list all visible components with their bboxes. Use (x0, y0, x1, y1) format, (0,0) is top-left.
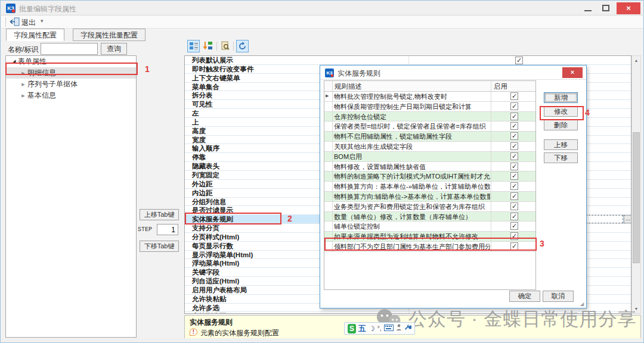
rule-description: 物料批次管理控制批号锁定,物料改变时 (334, 92, 447, 101)
close-button[interactable]: × (617, 2, 640, 14)
keyboard-icon[interactable] (384, 325, 394, 333)
move-up-tab-button[interactable]: 上移Tab键 (140, 209, 179, 220)
app-window: K3 批量编辑字段属性 × 退出 ▾ 字段属性配置 字段属性批量配置 名称/标识… (0, 0, 644, 343)
tab-field-property-batch-config[interactable]: 字段属性批量配置 (73, 29, 145, 41)
rule-row[interactable]: 物料的制造策略下的计划模式为MTO或IHT属性时才允许维护...✓ (324, 172, 535, 182)
rule-row[interactable]: 如果来源单据类型为返利结算单时物料不允许修改✓ (324, 232, 535, 242)
scrollbar-thumb[interactable] (633, 132, 640, 263)
step-input[interactable] (157, 224, 178, 235)
modify-button[interactable]: 修改 (544, 106, 578, 117)
rule-enabled-checkbox[interactable]: ✓ (510, 122, 518, 130)
tree-node[interactable]: ▶基本信息 (6, 90, 136, 101)
add-button[interactable]: 新增 (544, 92, 578, 103)
scroll-up-icon[interactable]: ▲ (632, 56, 640, 65)
rule-row[interactable]: ▶物料批次管理控制批号锁定,物料改变时✓ (324, 92, 535, 102)
move-up-button[interactable]: 上移 (544, 139, 578, 150)
vertical-scrollbar[interactable]: ▲ ▼ (631, 55, 641, 314)
rule-enabled-checkbox[interactable]: ✓ (510, 213, 518, 220)
ime-toolbar[interactable]: S 五 ☽ °, (344, 322, 415, 335)
watermark-text: 公众号 · 金蝶日常使用分享 (408, 307, 637, 332)
rule-enabled-checkbox[interactable]: ✓ (510, 232, 518, 240)
property-name: 列表默认展示 (192, 56, 233, 65)
exit-button[interactable]: 退出 (21, 18, 36, 28)
rule-row[interactable]: BOM启用✓ (324, 152, 535, 162)
rule-enabled-checkbox[interactable]: ✓ (510, 182, 518, 190)
rule-row[interactable]: 辅单位锁定控制✓ (324, 222, 535, 232)
person-icon[interactable] (396, 324, 402, 333)
tree-node[interactable]: ▶序列号子单据体 (6, 79, 136, 90)
rule-enabled-checkbox[interactable]: ✓ (510, 132, 518, 140)
rule-enabled-checkbox[interactable]: ✓ (510, 202, 518, 210)
rule-row[interactable]: 物料保质期管理控制生产日期到期日锁定和计算✓ (324, 102, 535, 112)
rule-row[interactable]: 物料修改，设置辅助属性缺省值✓ (324, 162, 535, 172)
search-label: 名称/标识 (8, 45, 38, 55)
property-name: 实体服务规则 (192, 215, 233, 224)
collapsed-arrow-icon[interactable]: ▶ (19, 79, 27, 90)
rules-table-header: 规则描述 启用 (324, 81, 535, 92)
search-input[interactable] (41, 43, 98, 55)
value-checkbox[interactable]: ✓ (515, 57, 523, 64)
query-button[interactable]: 查询 (101, 43, 127, 55)
dialog-close-button[interactable]: × (562, 67, 583, 78)
rule-enabled-checkbox[interactable]: ✓ (510, 192, 518, 200)
rule-enabled-checkbox[interactable]: ✓ (510, 92, 518, 100)
property-name: 显示浮动菜单(Html) (192, 251, 253, 260)
tab-field-property-config[interactable]: 字段属性配置 (6, 29, 64, 41)
wubi-mode-icon[interactable]: 五 (358, 323, 366, 334)
property-name: 列宽固定 (192, 171, 219, 180)
move-down-button[interactable]: 下移 (544, 152, 578, 163)
rule-enabled-checkbox[interactable]: ✓ (510, 163, 518, 170)
rule-enabled-checkbox[interactable]: ✓ (510, 222, 518, 230)
rule-enabled-checkbox[interactable]: ✓ (510, 152, 518, 160)
rule-row[interactable]: 保管者类型=组织时，锁定保管者且保管者=库存组织✓ (324, 121, 535, 132)
rule-enabled-checkbox[interactable]: ✓ (510, 102, 518, 110)
property-name: 允许多选 (192, 304, 219, 313)
tree-node[interactable]: ▶明细信息 (6, 67, 136, 79)
property-name: 上下文右键菜单 (192, 74, 240, 83)
rule-row[interactable]: 关联其他出库生成锁定字段✓ (324, 142, 535, 152)
rule-description: 物料不启用辅助属性，锁定辅助属性字段 (334, 132, 452, 141)
property-row[interactable]: 列表默认展示✓ (185, 56, 631, 65)
property-name: 分组列信息 (192, 198, 227, 207)
tree-node-form-properties[interactable]: ◢表单属性 (6, 56, 136, 67)
expanded-arrow-icon[interactable]: ◢ (10, 56, 18, 67)
tree-children: ▶明细信息▶序列号子单据体▶基本信息 (6, 67, 136, 101)
property-page-icon[interactable] (219, 40, 232, 52)
property-name: 是否过滤显示 (192, 206, 233, 215)
collapsed-arrow-icon[interactable]: ▶ (19, 90, 27, 101)
move-down-tab-button[interactable]: 下移Tab键 (140, 241, 179, 252)
rule-enabled-checkbox[interactable]: ✓ (510, 242, 518, 250)
rule-row[interactable]: 物料换算方向：基本单位-»辅助单位，计算辅助单位数量✓ (324, 182, 535, 192)
rule-row[interactable]: 领料部门不为空且部门属性为基本生产部门参加费用分配✓ (324, 242, 535, 252)
sogou-logo-icon[interactable]: S (348, 324, 356, 333)
collapsed-arrow-icon[interactable]: ▶ (19, 67, 27, 79)
chevron-down-icon[interactable]: ▾ (41, 18, 44, 24)
property-name: 浮动菜单(Html) (192, 259, 239, 268)
rule-enabled-checkbox[interactable]: ✓ (510, 113, 518, 120)
exit-icon[interactable] (10, 17, 20, 28)
rule-row[interactable]: 仓库控制仓位锁定✓ (324, 112, 535, 122)
delete-button[interactable]: 删除 (544, 120, 578, 130)
maximize-button[interactable] (602, 5, 609, 11)
ellipsis-button[interactable]: … (624, 215, 631, 223)
punctuation-icon[interactable]: °, (377, 325, 382, 332)
rule-row[interactable]: 数量（辅单位）修改，计算数量（库存辅单位）✓ (324, 212, 535, 222)
alphabetical-sort-icon[interactable] (202, 40, 215, 52)
moon-icon[interactable]: ☽ (369, 325, 375, 333)
minimize-button[interactable] (584, 7, 592, 11)
form-tree-panel: ◢表单属性 ▶明细信息▶序列号子单据体▶基本信息 (5, 55, 137, 338)
rule-description: 保管者类型=组织时，锁定保管者且保管者=库存组织 (334, 122, 486, 131)
rule-row[interactable]: 物料换算方向:辅助单位->基本单位，计算基本单位数量✓ (324, 192, 535, 202)
rule-row[interactable]: 业务类型为资产和费用锁定货主和保管者为库存组织✓ (324, 202, 535, 212)
rule-row[interactable]: 物料不启用辅助属性，锁定辅助属性字段✓ (324, 132, 535, 142)
rule-description: 领料部门不为空且部门属性为基本生产部门参加费用分配 (334, 242, 490, 251)
ok-button[interactable]: 确定 (509, 291, 540, 302)
resize-grip[interactable]: ◢ (580, 302, 585, 307)
rule-enabled-checkbox[interactable]: ✓ (510, 172, 518, 180)
wrench-icon[interactable] (404, 324, 411, 333)
rule-description: 物料保质期管理控制生产日期到期日锁定和计算 (334, 102, 472, 111)
cancel-button[interactable]: 取消 (543, 291, 574, 302)
rule-enabled-checkbox[interactable]: ✓ (510, 142, 518, 150)
refresh-icon[interactable] (236, 40, 249, 52)
categorized-view-icon[interactable] (187, 40, 200, 52)
